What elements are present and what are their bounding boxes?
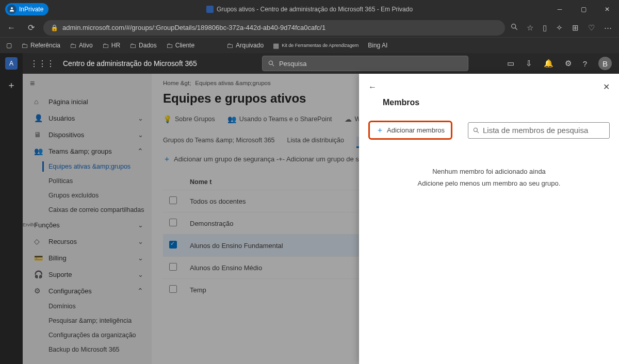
- tab-m365[interactable]: Grupos do Teams &amp; Microsoft 365: [163, 137, 275, 148]
- nav-teams-policies[interactable]: Políticas: [23, 174, 152, 188]
- help-about[interactable]: 💡Sobre Grupos: [163, 115, 215, 123]
- admin-title: Centro de administração do Microsoft 365: [63, 59, 197, 68]
- extensions-icon[interactable]: ⊞: [572, 23, 579, 32]
- add-members-label: Adicionar membros: [387, 126, 445, 134]
- bookmark-dados[interactable]: 🗀Dados: [129, 42, 157, 49]
- hamburger-icon[interactable]: ≡: [23, 74, 152, 93]
- search-placeholder: Pesquisa: [279, 60, 306, 68]
- teams-icon: 👥: [34, 147, 42, 155]
- svg-point-2: [474, 128, 477, 131]
- svg-point-1: [269, 61, 272, 64]
- search-icon: [473, 127, 480, 134]
- lock-icon: 🔒: [51, 24, 58, 31]
- new-tab-button[interactable]: ＋: [7, 79, 16, 91]
- window-controls: ─ ▢ ✕: [548, 0, 619, 18]
- bookmark-bar: ▢ 🗀Referência 🗀Ativo 🗀HR 🗀Dados 🗀Cliente…: [0, 38, 619, 53]
- refresh-button[interactable]: ⟳: [24, 23, 38, 32]
- checkbox[interactable]: [169, 263, 177, 271]
- site-favicon: [206, 6, 214, 13]
- nav-settings-org[interactable]: Configurações da organização: [23, 328, 152, 342]
- checkbox[interactable]: [169, 219, 177, 226]
- member-search-placeholder: Lista de membros de pesquisa: [483, 126, 588, 135]
- browser-url-bar: ← ⟳ 🔒 admin.microsoft.com/#/groups/:Grou…: [0, 18, 619, 38]
- url-field[interactable]: 🔒 admin.microsoft.com/#/groups/:GroupDet…: [43, 20, 505, 36]
- more-icon[interactable]: ⋯: [604, 23, 612, 32]
- app-rail: A ＋: [0, 53, 23, 364]
- browser-title-bar: InPrivate Grupos ativos - Centro de admi…: [0, 0, 619, 18]
- add-members-button[interactable]: ＋ Adicionar membros: [368, 121, 452, 140]
- maximize-button[interactable]: ▢: [572, 0, 595, 18]
- side-nav: ≡ ⌂Página inicial 👤Usuários 🖥Dispositivo…: [23, 74, 152, 364]
- card-icon[interactable]: ▭: [507, 59, 514, 68]
- nav-support[interactable]: 🎧Suporte: [23, 266, 152, 283]
- help-icon[interactable]: ?: [583, 59, 587, 68]
- minimize-button[interactable]: ─: [548, 0, 572, 18]
- nav-teams[interactable]: 👥Teams &amp; groups: [23, 143, 152, 159]
- bookmark-kit[interactable]: ▦Kit de Ferramentas de Aprendizagem: [273, 42, 359, 49]
- device-icon: 🖥: [34, 130, 42, 139]
- nav-roles[interactable]: ErvilhaFunções: [23, 217, 152, 233]
- download-icon[interactable]: ⇩: [526, 59, 532, 68]
- reading-icon[interactable]: ▯: [543, 23, 547, 32]
- avatar[interactable]: B: [598, 57, 612, 70]
- teams-icon: 👥: [227, 115, 236, 123]
- support-icon: 🎧: [34, 270, 42, 278]
- admin-search[interactable]: Pesquisa: [262, 56, 468, 71]
- member-search[interactable]: Lista de membros de pesquisa: [468, 122, 610, 139]
- inprivate-badge: InPrivate: [5, 3, 48, 15]
- nav-home[interactable]: ⌂Página inicial: [23, 93, 152, 110]
- nav-settings-search[interactable]: Pesquisar &amp; inteligência: [23, 313, 152, 328]
- bell-icon[interactable]: 🔔: [544, 59, 553, 68]
- nav-teams-shared[interactable]: Caixas de correio compartilhadas: [23, 203, 152, 217]
- tab-distribution[interactable]: Lista de distribuição: [287, 137, 344, 148]
- nav-billing[interactable]: 💳Billing: [23, 250, 152, 266]
- bookmark-cliente[interactable]: 🗀Cliente: [166, 42, 194, 49]
- url-text: admin.microsoft.com/#/groups/:GroupDetai…: [62, 24, 325, 31]
- checkbox[interactable]: [169, 241, 177, 249]
- user-icon: 👤: [34, 114, 42, 122]
- waffle-icon[interactable]: ⋮⋮⋮: [30, 59, 55, 69]
- home-icon: ⌂: [34, 97, 42, 106]
- page-title: Grupos ativos - Centro de administração …: [217, 6, 413, 13]
- nav-settings-backup[interactable]: Backup do Microsoft 365: [23, 342, 152, 357]
- app-icon[interactable]: A: [5, 57, 18, 70]
- heart-icon[interactable]: ♡: [588, 23, 595, 32]
- search-icon[interactable]: [510, 23, 518, 33]
- bookmark-hr[interactable]: 🗀HR: [102, 42, 120, 49]
- close-button[interactable]: ✕: [595, 0, 619, 18]
- cloud-icon: ☁: [345, 115, 352, 123]
- bookmark-referencia[interactable]: 🗀Referência: [21, 42, 60, 49]
- checkbox[interactable]: [169, 285, 177, 293]
- checkbox[interactable]: [169, 196, 177, 204]
- nav-settings-domains[interactable]: Domínios: [23, 299, 152, 313]
- nav-teams-deleted[interactable]: Grupos excluídos: [23, 188, 152, 203]
- bookmark-ativo[interactable]: 🗀Ativo: [70, 42, 93, 49]
- empty-state: Nenhum membro foi adicionado ainda Adici…: [368, 166, 610, 190]
- collections-icon[interactable]: ✧: [556, 23, 563, 32]
- favorite-icon[interactable]: ☆: [527, 23, 533, 32]
- nav-resources[interactable]: ◇Recursos: [23, 233, 152, 250]
- bulb-icon: 💡: [163, 115, 172, 123]
- nav-teams-active[interactable]: Equipes ativas &amp;grupos: [23, 159, 152, 174]
- tab-icon[interactable]: ▢: [6, 42, 12, 49]
- admin-header: ⋮⋮⋮ Centro de administração do Microsoft…: [23, 53, 619, 74]
- nav-users[interactable]: 👤Usuários: [23, 110, 152, 126]
- person-icon: [7, 5, 17, 14]
- resources-icon: ◇: [34, 237, 42, 245]
- plus-icon: ＋: [163, 154, 171, 164]
- nav-devices[interactable]: 🖥Dispositivos: [23, 126, 152, 143]
- bookmark-arquivado[interactable]: 🗀Arquivado: [226, 42, 264, 49]
- members-panel: ← ✕ Membros ＋ Adicionar membros Lista de…: [359, 74, 619, 364]
- billing-icon: 💳: [34, 254, 42, 262]
- help-teams-sp[interactable]: 👥Usando o Teams e o SharePoint: [227, 115, 332, 123]
- plus-icon: ＋: [376, 125, 384, 135]
- nav-settings[interactable]: ⚙Configurações: [23, 283, 152, 299]
- bookmark-bing[interactable]: Bing AI: [368, 42, 387, 49]
- panel-back-button[interactable]: ←: [368, 82, 377, 92]
- panel-close-button[interactable]: ✕: [603, 82, 610, 92]
- back-button[interactable]: ←: [4, 23, 19, 32]
- inprivate-label: InPrivate: [19, 6, 43, 13]
- gear-icon[interactable]: ⚙: [565, 59, 572, 68]
- crumb-home[interactable]: Home &gt;: [163, 80, 191, 86]
- search-icon: [268, 60, 275, 67]
